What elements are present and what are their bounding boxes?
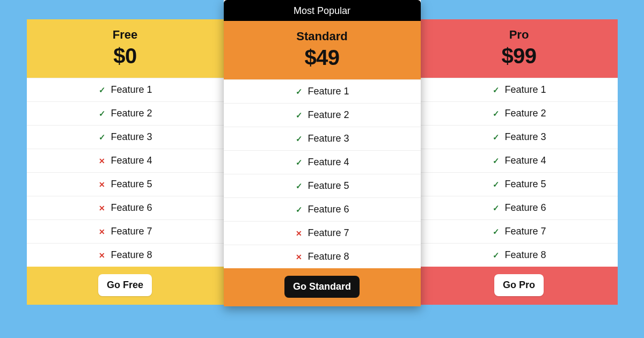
- feature-row: ✓Feature 6: [421, 196, 618, 219]
- check-icon: ✓: [98, 109, 106, 118]
- popular-badge: Most Popular: [224, 0, 421, 21]
- feature-label: Feature 7: [308, 227, 349, 239]
- feature-label: Feature 5: [504, 179, 546, 190]
- feature-label: Feature 8: [308, 251, 349, 262]
- check-icon: ✓: [295, 205, 303, 214]
- check-icon: ✓: [98, 86, 106, 94]
- check-icon: ✓: [295, 87, 303, 96]
- feature-label: Feature 5: [111, 179, 152, 190]
- plan-standard: Most PopularStandard$49✓Feature 1✓Featur…: [224, 0, 421, 306]
- feature-label: Feature 5: [308, 180, 349, 192]
- feature-label: Feature 6: [111, 202, 152, 214]
- cross-icon: ✕: [98, 180, 106, 189]
- feature-row: ✕Feature 6: [27, 196, 224, 219]
- feature-row: ✓Feature 2: [421, 101, 618, 125]
- feature-row: ✓Feature 3: [224, 127, 421, 150]
- feature-label: Feature 6: [504, 202, 546, 214]
- feature-label: Feature 6: [308, 204, 349, 215]
- check-icon: ✓: [98, 133, 106, 142]
- feature-row: ✓Feature 2: [27, 101, 224, 125]
- check-icon: ✓: [295, 111, 303, 120]
- pricing-table: Free$0✓Feature 1✓Feature 2✓Feature 3✕Fea…: [27, 15, 618, 306]
- feature-row: ✓Feature 6: [224, 197, 421, 221]
- feature-row: ✓Feature 4: [421, 149, 618, 172]
- check-icon: ✓: [492, 157, 500, 165]
- cross-icon: ✕: [295, 253, 303, 261]
- feature-row: ✕Feature 5: [27, 172, 224, 196]
- plan-footer: Go Standard: [224, 268, 421, 306]
- cta-free-button[interactable]: Go Free: [98, 274, 152, 296]
- feature-label: Feature 1: [308, 86, 349, 97]
- feature-label: Feature 7: [111, 226, 152, 237]
- feature-label: Feature 3: [111, 131, 152, 143]
- feature-row: ✕Feature 8: [224, 245, 421, 268]
- feature-label: Feature 2: [111, 108, 152, 119]
- feature-label: Feature 1: [111, 84, 152, 95]
- cross-icon: ✕: [98, 227, 106, 236]
- feature-list: ✓Feature 1✓Feature 2✓Feature 3✓Feature 4…: [421, 78, 618, 267]
- cross-icon: ✕: [98, 251, 106, 260]
- feature-label: Feature 4: [504, 155, 546, 166]
- feature-row: ✓Feature 4: [224, 150, 421, 174]
- feature-row: ✕Feature 4: [27, 149, 224, 172]
- check-icon: ✓: [492, 180, 500, 189]
- plan-name: Pro: [426, 28, 612, 42]
- feature-row: ✓Feature 5: [421, 172, 618, 196]
- feature-label: Feature 8: [111, 249, 152, 261]
- feature-label: Feature 8: [504, 249, 546, 261]
- feature-row: ✓Feature 1: [27, 78, 224, 101]
- plan-header: Standard$49: [224, 21, 421, 79]
- plan-price: $49: [229, 46, 415, 70]
- cross-icon: ✕: [98, 204, 106, 212]
- feature-label: Feature 1: [504, 84, 546, 95]
- plan-pro: Pro$99✓Feature 1✓Feature 2✓Feature 3✓Fea…: [421, 19, 618, 305]
- feature-label: Feature 2: [308, 109, 349, 121]
- check-icon: ✓: [295, 182, 303, 190]
- feature-row: ✓Feature 3: [421, 125, 618, 149]
- feature-label: Feature 3: [308, 133, 349, 144]
- feature-list: ✓Feature 1✓Feature 2✓Feature 3✕Feature 4…: [27, 78, 224, 267]
- check-icon: ✓: [492, 133, 500, 142]
- check-icon: ✓: [295, 135, 303, 143]
- feature-row: ✓Feature 1: [224, 79, 421, 103]
- cross-icon: ✕: [295, 229, 303, 238]
- plan-header: Pro$99: [421, 19, 618, 78]
- check-icon: ✓: [295, 158, 303, 167]
- plan-price: $0: [32, 44, 218, 68]
- feature-label: Feature 4: [308, 157, 349, 168]
- feature-row: ✕Feature 7: [224, 221, 421, 245]
- plan-name: Standard: [229, 30, 415, 43]
- feature-row: ✓Feature 5: [224, 174, 421, 197]
- plan-header: Free$0: [27, 19, 224, 78]
- plan-footer: Go Free: [27, 267, 224, 305]
- feature-row: ✓Feature 8: [421, 243, 618, 267]
- feature-label: Feature 2: [504, 108, 546, 119]
- plan-free: Free$0✓Feature 1✓Feature 2✓Feature 3✕Fea…: [27, 19, 224, 305]
- check-icon: ✓: [492, 86, 500, 94]
- plan-name: Free: [32, 28, 218, 42]
- feature-label: Feature 3: [504, 131, 546, 143]
- feature-row: ✓Feature 7: [421, 219, 618, 243]
- check-icon: ✓: [492, 204, 500, 212]
- feature-row: ✕Feature 8: [27, 243, 224, 267]
- feature-row: ✓Feature 3: [27, 125, 224, 149]
- feature-label: Feature 7: [504, 226, 546, 237]
- check-icon: ✓: [492, 227, 500, 236]
- feature-row: ✕Feature 7: [27, 219, 224, 243]
- feature-row: ✓Feature 1: [421, 78, 618, 101]
- feature-label: Feature 4: [111, 155, 152, 166]
- feature-list: ✓Feature 1✓Feature 2✓Feature 3✓Feature 4…: [224, 79, 421, 268]
- check-icon: ✓: [492, 251, 500, 260]
- cta-standard-button[interactable]: Go Standard: [284, 276, 360, 298]
- cta-pro-button[interactable]: Go Pro: [494, 274, 544, 296]
- plan-price: $99: [426, 44, 612, 68]
- plan-footer: Go Pro: [421, 267, 618, 305]
- feature-row: ✓Feature 2: [224, 103, 421, 127]
- check-icon: ✓: [492, 109, 500, 118]
- cross-icon: ✕: [98, 157, 106, 165]
